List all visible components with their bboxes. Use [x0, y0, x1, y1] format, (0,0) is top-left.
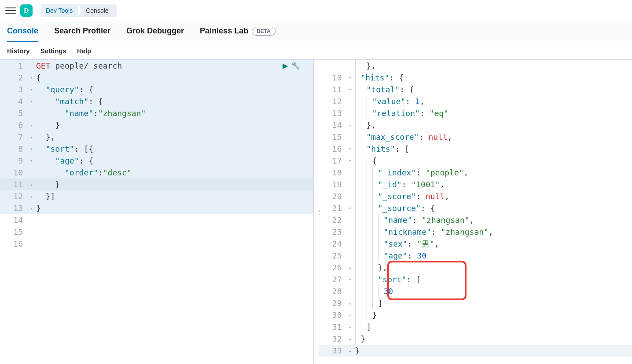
editor-line[interactable]: 11▾ "total": {: [319, 84, 632, 95]
fold-toggle[interactable]: ▾: [28, 143, 34, 155]
tab-grok-debugger[interactable]: Grok Debugger: [126, 21, 184, 42]
editor-line[interactable]: 31▴ ]: [319, 321, 632, 333]
fold-toggle[interactable]: ▴: [347, 297, 353, 309]
line-number: 6: [0, 119, 28, 131]
tab-search-profiler[interactable]: Search Profiler: [54, 21, 110, 42]
line-number: 19: [319, 178, 347, 190]
breadcrumb-devtools[interactable]: Dev Tools: [40, 4, 81, 17]
fold-toggle[interactable]: ▴: [347, 262, 353, 273]
wrench-icon[interactable]: 🔧: [291, 62, 300, 70]
editor-line[interactable]: 12 "value": 1,: [319, 95, 632, 107]
space-avatar[interactable]: D: [20, 4, 33, 17]
fold-toggle: [28, 107, 34, 119]
request-editor[interactable]: 1GET people/_search2▾{3▾ "query": {4▾ "m…: [0, 60, 313, 250]
editor-line[interactable]: 20 "_score": null,: [319, 190, 632, 202]
editor-line[interactable]: 5 "name":"zhangsan": [0, 107, 313, 119]
fold-toggle[interactable]: ▴: [347, 345, 353, 357]
fold-toggle[interactable]: ▾: [347, 202, 353, 214]
editor-line[interactable]: 11▴ }: [0, 178, 313, 190]
tab-console[interactable]: Console: [7, 21, 38, 42]
code-content: "age": {: [34, 155, 313, 167]
code-content: }: [34, 202, 313, 214]
editor-line[interactable]: 1GET people/_search: [0, 60, 313, 72]
code-content: "_id": "1001",: [353, 178, 632, 190]
fold-toggle[interactable]: ▴: [28, 119, 34, 131]
editor-line[interactable]: 29▴ ]: [319, 297, 632, 309]
editor-line[interactable]: 9▾ "age": {: [0, 155, 313, 167]
splitter-handle[interactable]: ⋮⋮: [314, 60, 319, 364]
line-number: 12: [0, 190, 28, 202]
settings-link[interactable]: Settings: [40, 47, 66, 55]
code-content: GET people/_search: [34, 60, 313, 72]
line-number: 30: [319, 309, 347, 321]
editor-line[interactable]: 30▴ }: [319, 309, 632, 321]
editor-line[interactable]: 28 30: [319, 285, 632, 297]
editor-line[interactable]: 16▾ "hits": [: [319, 143, 632, 155]
editor-line[interactable]: 17▾ {: [319, 155, 632, 167]
fold-toggle[interactable]: ▾: [347, 84, 353, 95]
editor-line[interactable]: 13 "relation": "eq": [319, 107, 632, 119]
fold-toggle[interactable]: ▾: [28, 72, 34, 84]
code-content: "name": "zhangsan",: [353, 214, 632, 226]
editor-line[interactable]: 24 "sex": "男",: [319, 238, 632, 250]
editor-line[interactable]: 26▴ },: [319, 262, 632, 273]
line-number: 10: [319, 72, 347, 84]
response-pane[interactable]: },10▾ "hits": {11▾ "total": {12 "value":…: [319, 60, 632, 364]
fold-toggle[interactable]: ▾: [347, 155, 353, 167]
editor-line[interactable]: 6▴ }: [0, 119, 313, 131]
fold-toggle[interactable]: ▴: [347, 119, 353, 131]
code-content: },: [353, 262, 632, 273]
line-number: [319, 60, 347, 72]
editor-line[interactable]: 10▾ "hits": {: [319, 72, 632, 84]
fold-toggle[interactable]: ▴: [347, 321, 353, 333]
editor-line[interactable]: 15 "max_score": null,: [319, 131, 632, 143]
editor-line[interactable]: 7▴ },: [0, 131, 313, 143]
fold-toggle[interactable]: ▴: [347, 309, 353, 321]
history-link[interactable]: History: [7, 47, 30, 55]
fold-toggle[interactable]: ▾: [347, 273, 353, 285]
menu-icon[interactable]: [5, 5, 16, 16]
fold-toggle[interactable]: ▴: [28, 178, 34, 190]
editor-line[interactable]: 14: [0, 214, 313, 226]
editor-line[interactable]: 23 "nickname": "zhangsan",: [319, 226, 632, 238]
request-pane[interactable]: ▶ 🔧 1GET people/_search2▾{3▾ "query": {4…: [0, 60, 314, 364]
editor-line[interactable]: 21▾ "_source": {: [319, 202, 632, 214]
fold-toggle[interactable]: ▾: [28, 95, 34, 107]
fold-toggle: [347, 190, 353, 202]
editor-line[interactable]: 25 "age": 30: [319, 250, 632, 262]
line-number: 9: [0, 155, 28, 167]
fold-toggle[interactable]: ▾: [347, 143, 353, 155]
editor-line[interactable]: 32▴ }: [319, 333, 632, 345]
line-number: 27: [319, 273, 347, 285]
line-number: 8: [0, 143, 28, 155]
editor-line[interactable]: 2▾{: [0, 72, 313, 84]
editor-line[interactable]: 8▾ "sort": [{: [0, 143, 313, 155]
editor-line[interactable]: 13▴}: [0, 202, 313, 214]
fold-toggle[interactable]: ▴: [347, 333, 353, 345]
run-icon[interactable]: ▶: [283, 62, 288, 70]
editor-line[interactable]: 3▾ "query": {: [0, 84, 313, 95]
editor-line[interactable]: 15: [0, 226, 313, 238]
editor-line[interactable]: 16: [0, 238, 313, 250]
editor-line[interactable]: 10 "order":"desc": [0, 167, 313, 178]
fold-toggle[interactable]: ▾: [347, 72, 353, 84]
editor-line[interactable]: 14▴ },: [319, 119, 632, 131]
editor-line[interactable]: 18 "_index": "people",: [319, 167, 632, 178]
fold-toggle[interactable]: ▴: [28, 131, 34, 143]
fold-toggle[interactable]: ▴: [28, 202, 34, 214]
editor-line[interactable]: 22 "name": "zhangsan",: [319, 214, 632, 226]
tab-painless-lab[interactable]: Painless LabBETA: [200, 21, 276, 42]
fold-toggle[interactable]: ▾: [28, 84, 34, 95]
code-content: "value": 1,: [353, 95, 632, 107]
editor-line[interactable]: 33▴}: [319, 345, 632, 357]
fold-toggle: [347, 107, 353, 119]
editor-line[interactable]: 12▴ }]: [0, 190, 313, 202]
editor-line[interactable]: 19 "_id": "1001",: [319, 178, 632, 190]
fold-toggle[interactable]: ▾: [28, 155, 34, 167]
editor-line[interactable]: },: [319, 60, 632, 72]
editor-line[interactable]: 4▾ "match": {: [0, 95, 313, 107]
help-link[interactable]: Help: [77, 47, 92, 55]
editor-line[interactable]: 27▾ "sort": [: [319, 273, 632, 285]
fold-toggle[interactable]: ▴: [28, 190, 34, 202]
console-subnav: History Settings Help: [0, 42, 632, 60]
